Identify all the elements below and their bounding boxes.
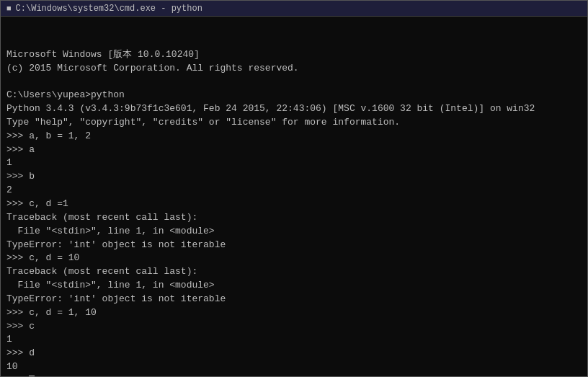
terminal-line: C:\Users\yupea>python <box>6 89 582 102</box>
cmd-window: ■ C:\Windows\system32\cmd.exe - python M… <box>0 0 588 377</box>
terminal-line: >>> d <box>6 347 582 360</box>
title-bar: ■ C:\Windows\system32\cmd.exe - python <box>1 1 587 17</box>
terminal-line: 1 <box>6 333 582 347</box>
terminal-line: >>> c <box>6 320 582 334</box>
terminal-line: File "<stdin>", line 1, in <module> <box>6 225 582 239</box>
terminal-line: >>> c, d =1 <box>6 198 582 211</box>
terminal-line: 2 <box>6 184 582 198</box>
terminal-line: Type "help", "copyright", "credits" or "… <box>6 116 582 130</box>
terminal-line: >>> a <box>6 143 582 157</box>
cmd-icon: ■ <box>6 4 12 13</box>
terminal-line: >>> a, b = 1, 2 <box>6 130 582 143</box>
window-title: C:\Windows\system32\cmd.exe - python <box>16 4 202 14</box>
terminal-line: Microsoft Windows [版本 10.0.10240] <box>6 48 582 62</box>
terminal-line: 1 <box>6 156 582 170</box>
terminal-body[interactable]: Microsoft Windows [版本 10.0.10240](c) 201… <box>1 17 587 376</box>
terminal-line: >>> b <box>6 170 582 184</box>
cursor <box>29 376 35 376</box>
terminal-line: TypeError: 'int' object is not iterable <box>6 293 582 306</box>
terminal-line: Traceback (most recent call last): <box>6 211 582 225</box>
terminal-line: 10 <box>6 360 582 374</box>
terminal-line <box>6 75 582 89</box>
terminal-line: Traceback (most recent call last): <box>6 265 582 279</box>
terminal-line: Python 3.4.3 (v3.4.3:9b73f1c3e601, Feb 2… <box>6 102 582 116</box>
terminal-line: TypeError: 'int' object is not iterable <box>6 239 582 252</box>
terminal-line: >>> <box>6 374 582 376</box>
terminal-line: >>> c, d = 1, 10 <box>6 306 582 320</box>
terminal-line: (c) 2015 Microsoft Corporation. All righ… <box>6 62 582 76</box>
terminal-line: File "<stdin>", line 1, in <module> <box>6 279 582 293</box>
terminal-line: >>> c, d = 10 <box>6 252 582 265</box>
